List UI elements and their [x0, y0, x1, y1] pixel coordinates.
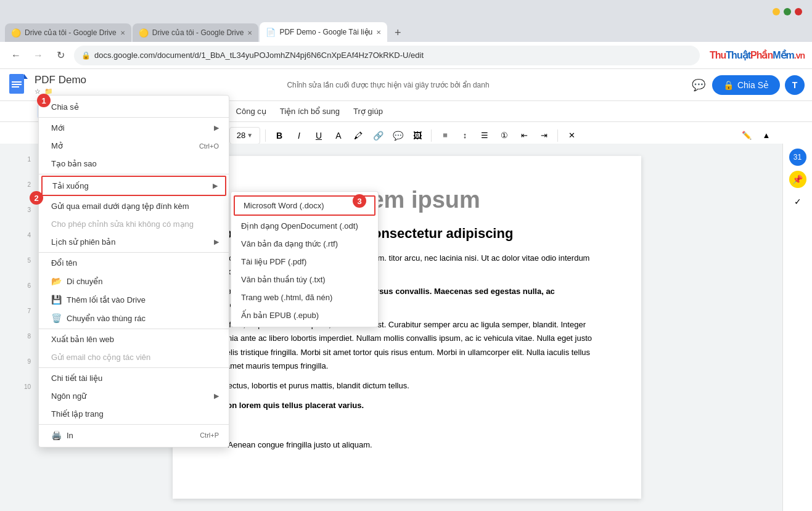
- menu-divider-4: [39, 329, 229, 329]
- menu-trogiup[interactable]: Trợ giúp: [347, 104, 389, 118]
- maximize-btn[interactable]: [784, 8, 791, 15]
- indent-decrease-btn[interactable]: ⇤: [515, 127, 533, 144]
- list-btn[interactable]: ☰: [476, 127, 493, 144]
- share-button[interactable]: 🔒 Chia Sẻ: [712, 75, 780, 95]
- minimize-btn[interactable]: [773, 8, 780, 15]
- tai-xuong-arrow: ▶: [213, 182, 218, 190]
- menu-divider-3: [39, 252, 229, 253]
- forward-btn[interactable]: →: [30, 47, 47, 64]
- sidebar-keep-icon[interactable]: 📌: [789, 171, 806, 188]
- browser-tab-3[interactable]: 📄 PDF Demo - Google Tài liệu ✕: [260, 22, 387, 42]
- menu-them-loi-tat[interactable]: 💾 Thêm lối tắt vào Drive: [39, 290, 229, 309]
- tab2-label: Drive của tôi - Google Drive: [152, 28, 244, 37]
- menu-share-item[interactable]: Chia sẻ: [39, 98, 229, 116]
- font-color-btn[interactable]: A: [330, 127, 347, 144]
- menu-chi-tiet[interactable]: Chi tiết tài liệu: [39, 369, 229, 387]
- line-spacing-btn[interactable]: ↕: [456, 127, 474, 144]
- menu-divider-5: [39, 367, 229, 368]
- share-menu-label: Chia sẻ: [51, 102, 79, 112]
- address-bar[interactable]: 🔒 docs.google.com/document/d/1_BbA_tL34y…: [74, 46, 700, 65]
- menu-thiet-lap[interactable]: Thiết lập trang: [39, 405, 229, 423]
- lich-su-arrow: ▶: [214, 238, 219, 246]
- underline-btn[interactable]: U: [310, 127, 327, 144]
- doc-bullet1: Aenean congue fringilla justo ut aliquam…: [228, 438, 598, 452]
- indent-increase-btn[interactable]: ⇥: [535, 127, 552, 144]
- sidebar-tasks-icon[interactable]: ✓: [789, 193, 806, 210]
- title-bar: [0, 0, 812, 20]
- num-list-btn[interactable]: ①: [496, 127, 513, 144]
- comment-inline-btn[interactable]: 💬: [389, 127, 406, 144]
- font-size-selector[interactable]: 28 ▼: [229, 127, 260, 144]
- menu-di-chuyen[interactable]: 📂 Di chuyển: [39, 272, 229, 290]
- download-rtf[interactable]: Văn bản đa dạng thức (.rtf): [231, 235, 378, 253]
- menu-tienich[interactable]: Tiện ích bổ sung: [274, 104, 346, 118]
- menu-tai-xuong[interactable]: Tải xuống ▶: [41, 176, 226, 196]
- comment-icon[interactable]: 💬: [690, 76, 707, 94]
- image-btn[interactable]: 🖼: [409, 127, 426, 144]
- tab2-close[interactable]: ✕: [247, 30, 252, 36]
- step3-circle: 3: [353, 194, 366, 208]
- toolbar-sep-3: [265, 129, 266, 142]
- mo-shortcut: Ctrl+O: [199, 142, 219, 150]
- doc-title: PDF Demo: [35, 74, 86, 86]
- highlight-btn[interactable]: 🖍: [350, 127, 367, 144]
- download-html[interactable]: Trang web (.html, đã nén): [231, 288, 378, 306]
- tab1-close[interactable]: ✕: [120, 30, 125, 36]
- tab3-favicon: 📄: [266, 28, 276, 37]
- menu-chuyen-thung[interactable]: 🗑️ Chuyển vào thùng rác: [39, 309, 229, 327]
- menu-mo[interactable]: Mở Ctrl+O: [39, 137, 229, 155]
- more-tools-btn[interactable]: ✏️: [738, 127, 755, 144]
- svg-rect-2: [12, 81, 22, 83]
- address-text: docs.google.com/document/d/1_BbA_tL34yuP…: [94, 51, 424, 60]
- menu-in[interactable]: 🖨️ In Ctrl+P: [39, 426, 229, 444]
- print-menu-icon: 🖨️: [51, 430, 62, 440]
- download-odt[interactable]: Định dạng OpenDocument (.odt): [231, 217, 378, 235]
- menu-xuat-ban[interactable]: Xuất bản lên web: [39, 330, 229, 348]
- menu-ngon-ngu[interactable]: Ngôn ngữ ▶: [39, 387, 229, 405]
- new-tab-btn[interactable]: +: [388, 23, 407, 42]
- svg-marker-1: [24, 74, 28, 79]
- browser-tab-2[interactable]: 🟡 Drive của tôi - Google Drive ✕: [133, 23, 259, 42]
- user-avatar[interactable]: T: [785, 75, 805, 95]
- browser-tab-1[interactable]: 🟡 Drive của tôi - Google Drive ✕: [5, 23, 131, 42]
- size-dropdown-icon: ▼: [247, 132, 253, 139]
- clear-format-btn[interactable]: ✕: [563, 127, 580, 144]
- tab3-label: PDF Demo - Google Tài liệu: [279, 28, 372, 36]
- menu-doi-ten[interactable]: Đổi tên: [39, 254, 229, 272]
- doc-para4: ris lectus, lobortis et purus mattis, bl…: [216, 379, 598, 393]
- svg-rect-3: [12, 84, 22, 85]
- sidebar-calendar-icon[interactable]: 31: [789, 149, 806, 166]
- doc-bullets: Aenean congue fringilla justo ut aliquam…: [228, 438, 598, 452]
- italic-btn[interactable]: I: [290, 127, 308, 144]
- share-label: Chia Sẻ: [737, 80, 769, 90]
- menu-divider-6: [39, 424, 229, 425]
- share-lock-icon: 🔒: [723, 80, 734, 90]
- download-pdf[interactable]: Tài liệu PDF (.pdf): [231, 253, 378, 271]
- doc-para6: lisi.: [216, 419, 598, 432]
- nav-bar: ← → ↻ 🔒 docs.google.com/document/d/1_BbA…: [0, 42, 812, 69]
- menu-tao-ban-sao[interactable]: Tạo bản sao: [39, 155, 229, 173]
- menu-moi[interactable]: Mới ▶: [39, 119, 229, 137]
- step2-circle: 2: [30, 191, 43, 205]
- download-submenu: Microsoft Word (.docx) Định dạng OpenDoc…: [231, 191, 379, 327]
- doc-title-area: PDF Demo ☆ 📁: [35, 74, 86, 96]
- svg-rect-4: [12, 86, 19, 88]
- collapse-btn[interactable]: ▲: [758, 127, 775, 144]
- back-btn[interactable]: ←: [7, 47, 25, 64]
- tab3-close[interactable]: ✕: [376, 29, 381, 36]
- reload-btn[interactable]: ↻: [52, 47, 69, 64]
- menu-gui-email-cong: Gửi email cho cộng tác viên: [39, 348, 229, 366]
- bold-btn[interactable]: B: [271, 127, 288, 144]
- download-epub[interactable]: Ấn bản EPUB (.epub): [231, 306, 378, 324]
- menu-gui-email[interactable]: Gửi qua email dưới dạng tệp đính kèm: [39, 197, 229, 215]
- moi-arrow: ▶: [214, 124, 219, 132]
- ngon-ngu-arrow: ▶: [214, 392, 219, 400]
- align-btn[interactable]: ≡: [437, 127, 454, 144]
- menu-congc[interactable]: Công cụ: [230, 104, 273, 118]
- font-size: 28: [237, 131, 245, 140]
- menu-lich-su[interactable]: Lịch sử phiên bản ▶: [39, 233, 229, 251]
- download-txt[interactable]: Văn bản thuần túy (.txt): [231, 271, 378, 288]
- link-btn[interactable]: 🔗: [369, 127, 387, 144]
- lock-icon: 🔒: [81, 51, 91, 60]
- close-btn[interactable]: [795, 8, 802, 15]
